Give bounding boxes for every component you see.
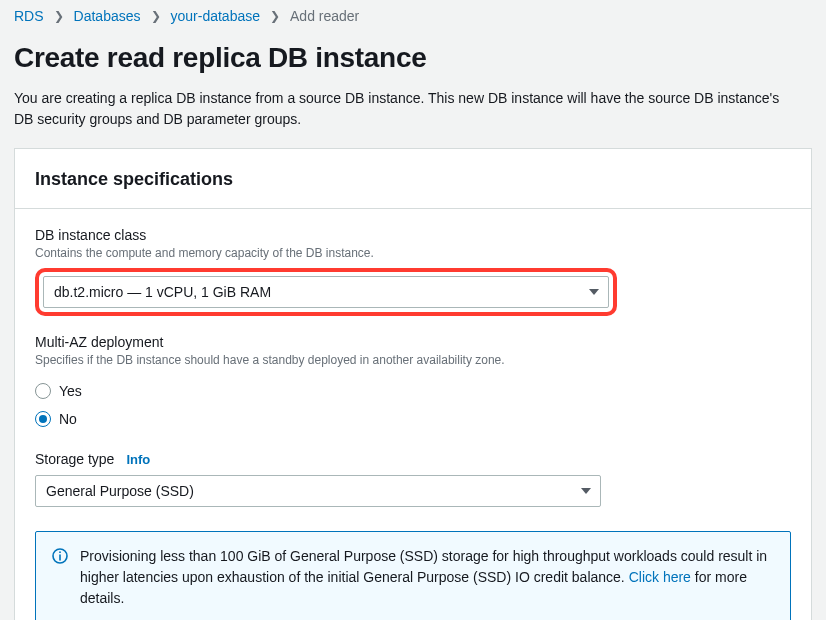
db-instance-class-highlight: db.t2.micro — 1 vCPU, 1 GiB RAM bbox=[35, 268, 617, 316]
storage-type-select[interactable]: General Purpose (SSD) bbox=[35, 475, 601, 507]
breadcrumb-databases[interactable]: Databases bbox=[74, 8, 141, 24]
db-instance-class-value: db.t2.micro — 1 vCPU, 1 GiB RAM bbox=[54, 284, 271, 300]
alert-text: Provisioning less than 100 GiB of Genera… bbox=[80, 546, 774, 609]
multi-az-no-label: No bbox=[59, 411, 77, 427]
storage-info-alert: Provisioning less than 100 GiB of Genera… bbox=[35, 531, 791, 620]
db-instance-class-help: Contains the compute and memory capacity… bbox=[35, 245, 791, 262]
multi-az-radio-group: Yes No bbox=[35, 377, 791, 433]
db-instance-class-select[interactable]: db.t2.micro — 1 vCPU, 1 GiB RAM bbox=[43, 276, 609, 308]
caret-down-icon bbox=[589, 289, 599, 295]
chevron-right-icon: ❯ bbox=[270, 9, 280, 23]
page-description: You are creating a replica DB instance f… bbox=[14, 88, 794, 130]
storage-type-field: Storage type Info General Purpose (SSD) bbox=[35, 451, 791, 507]
radio-checked-icon bbox=[35, 411, 51, 427]
multi-az-yes-label: Yes bbox=[59, 383, 82, 399]
radio-icon bbox=[35, 383, 51, 399]
storage-type-label: Storage type bbox=[35, 451, 114, 467]
multi-az-field: Multi-AZ deployment Specifies if the DB … bbox=[35, 334, 791, 433]
db-instance-class-field: DB instance class Contains the compute a… bbox=[35, 227, 791, 316]
breadcrumb-your-database[interactable]: your-database bbox=[171, 8, 261, 24]
alert-click-here-link[interactable]: Click here bbox=[629, 569, 691, 585]
multi-az-yes-option[interactable]: Yes bbox=[35, 377, 791, 405]
storage-type-value: General Purpose (SSD) bbox=[46, 483, 194, 499]
instance-specifications-card: Instance specifications DB instance clas… bbox=[14, 148, 812, 620]
breadcrumb-rds[interactable]: RDS bbox=[14, 8, 44, 24]
storage-type-info-link[interactable]: Info bbox=[126, 452, 150, 467]
card-body: DB instance class Contains the compute a… bbox=[15, 209, 811, 620]
multi-az-no-option[interactable]: No bbox=[35, 405, 791, 433]
chevron-right-icon: ❯ bbox=[54, 9, 64, 23]
info-icon bbox=[52, 548, 68, 564]
svg-point-2 bbox=[59, 551, 61, 553]
card-title: Instance specifications bbox=[35, 169, 791, 190]
multi-az-label: Multi-AZ deployment bbox=[35, 334, 791, 350]
breadcrumb-current: Add reader bbox=[290, 8, 359, 24]
db-instance-class-label: DB instance class bbox=[35, 227, 791, 243]
chevron-right-icon: ❯ bbox=[151, 9, 161, 23]
multi-az-help: Specifies if the DB instance should have… bbox=[35, 352, 791, 369]
card-header: Instance specifications bbox=[15, 149, 811, 209]
breadcrumb: RDS ❯ Databases ❯ your-database ❯ Add re… bbox=[14, 6, 812, 42]
caret-down-icon bbox=[581, 488, 591, 494]
page-title: Create read replica DB instance bbox=[14, 42, 812, 74]
